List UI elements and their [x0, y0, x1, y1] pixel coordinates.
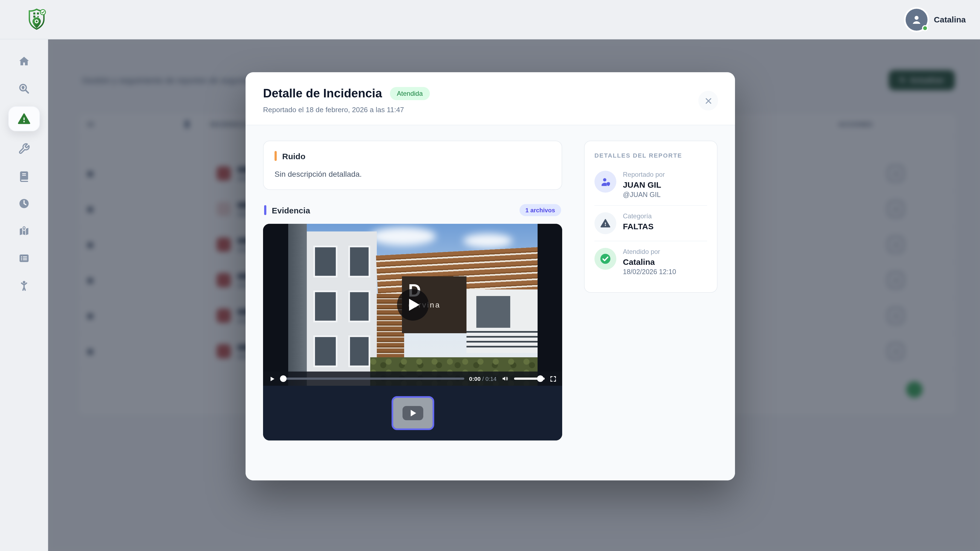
incident-type-title: Ruido	[282, 151, 305, 161]
user-shield-icon	[595, 171, 616, 193]
volume-slider[interactable]	[514, 377, 545, 380]
user-name: Catalina	[934, 15, 966, 24]
modal-header: Detalle de Incidencia Atendida Reportado…	[245, 72, 735, 125]
user-menu[interactable]: Catalina	[905, 8, 966, 30]
time-display: 0:00 / 0:14	[469, 375, 496, 382]
indigo-accent-bar	[264, 205, 266, 215]
reporter-name: JUAN GIL	[623, 180, 665, 190]
search-location-icon	[18, 83, 30, 95]
mute-button[interactable]	[501, 375, 509, 382]
home-icon	[18, 55, 30, 67]
sidebar-item-visitors[interactable]	[11, 276, 37, 295]
video-controls: 0:00 / 0:14	[263, 371, 562, 386]
close-button[interactable]	[698, 91, 718, 110]
thumbnail-play-icon	[402, 406, 423, 420]
video-player: D corvina	[263, 224, 562, 441]
close-icon	[703, 96, 713, 105]
user-icon	[910, 13, 923, 26]
incident-detail-modal: Detalle de Incidencia Atendida Reportado…	[245, 72, 735, 481]
sidebar-item-map[interactable]	[11, 221, 37, 241]
volume-icon	[501, 375, 509, 382]
sidebar-item-history[interactable]	[11, 194, 37, 213]
topbar: Catalina	[0, 0, 980, 40]
book-icon	[18, 170, 30, 182]
attendant-name: Catalina	[623, 257, 676, 266]
video-progress-slider[interactable]	[280, 377, 464, 380]
app-window: Catalina	[0, 0, 980, 551]
avatar	[905, 8, 927, 30]
sidebar	[0, 40, 48, 551]
category-value: FALTAS	[623, 221, 654, 231]
clock-icon	[18, 197, 30, 210]
sidebar-item-tools[interactable]	[11, 139, 37, 159]
sidebar-item-incidents[interactable]	[8, 106, 40, 131]
sidebar-item-search[interactable]	[11, 79, 37, 99]
description-card: Ruido Sin descripción detallada.	[263, 141, 562, 190]
shield-qr-pin-logo-icon	[26, 7, 47, 32]
evidence-title: Evidencia	[272, 205, 310, 215]
sidebar-item-records[interactable]	[11, 248, 37, 268]
sidebar-item-home[interactable]	[11, 51, 37, 71]
file-count-badge: 1 archivos	[519, 204, 561, 216]
sidebar-item-log[interactable]	[11, 166, 37, 186]
person-icon	[18, 280, 30, 291]
video-play-overlay-button[interactable]	[397, 289, 428, 321]
warning-triangle-icon	[17, 112, 30, 125]
fullscreen-button[interactable]	[550, 375, 557, 382]
warning-triangle-icon	[595, 212, 616, 234]
video-screen[interactable]: D corvina	[263, 224, 562, 386]
app-logo[interactable]	[26, 7, 47, 32]
video-thumbnail-selected[interactable]	[391, 396, 434, 430]
status-badge: Atendida	[390, 87, 430, 100]
play-icon	[269, 375, 275, 382]
report-details-card: DETALLES DEL REPORTE Reportado por	[584, 141, 718, 293]
reported-by-row: Reportado por JUAN GIL @JUAN GIL	[595, 164, 707, 205]
fullscreen-icon	[550, 375, 557, 382]
incident-description: Sin descripción detallada.	[275, 170, 551, 178]
check-circle-icon	[595, 248, 616, 270]
thumbnail-strip	[263, 386, 562, 441]
modal-subtitle: Reportado el 18 de febrero, 2026 a las 1…	[263, 106, 718, 114]
wrench-icon	[18, 143, 30, 155]
modal-title: Detalle de Incidencia	[263, 86, 382, 101]
map-pin-icon	[18, 225, 30, 237]
reporter-handle: @JUAN GIL	[623, 191, 665, 199]
details-heading: DETALLES DEL REPORTE	[595, 152, 707, 159]
list-icon	[18, 252, 30, 264]
category-row: Categoría FALTAS	[595, 205, 707, 241]
play-button[interactable]	[269, 375, 275, 382]
orange-accent-bar	[275, 151, 277, 161]
main-area: Gestión y seguimiento de reportes de seg…	[48, 40, 980, 551]
attended-by-row: Atendido por Catalina 18/02/2026 12:10	[595, 241, 707, 282]
attended-timestamp: 18/02/2026 12:10	[623, 268, 676, 276]
online-status-dot	[922, 25, 928, 31]
